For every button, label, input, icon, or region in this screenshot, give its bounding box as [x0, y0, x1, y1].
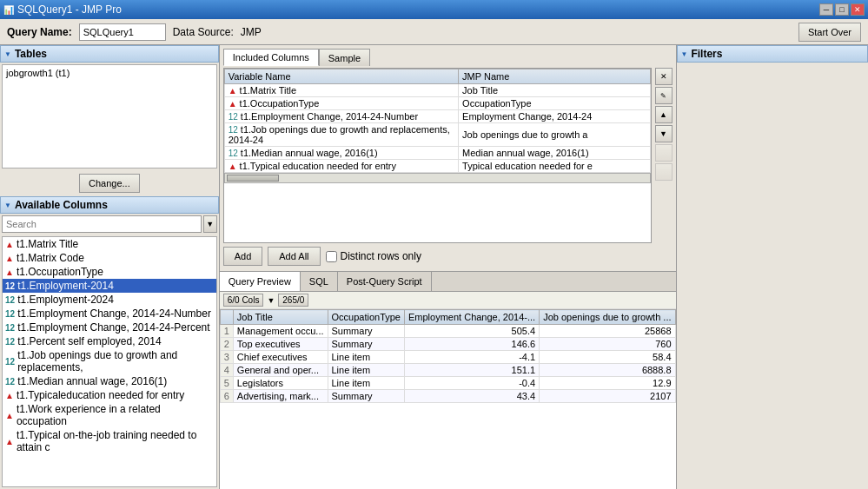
row-arrow: ▼ [267, 296, 275, 305]
jmp-name-cell: Typical education needed for e [459, 160, 650, 173]
change-button[interactable]: Change... [79, 174, 140, 193]
distinct-rows-label: Distinct rows only [341, 250, 421, 262]
list-item[interactable]: ▲t1.Matrix Code [3, 251, 216, 265]
remove-button[interactable]: ✕ [655, 68, 673, 85]
included-area-inner: Variable Name JMP Name ▲t1.Matrix TitleJ… [223, 68, 673, 243]
search-row: ▼ [0, 214, 219, 235]
extra-button2 [655, 163, 673, 181]
emp-change-cell: 151.1 [405, 364, 540, 377]
job-openings-cell: 760 [540, 338, 675, 351]
maximize-button[interactable]: □ [835, 3, 849, 16]
filters-label: Filters [691, 48, 722, 60]
window-controls[interactable]: ─ □ ✕ [819, 3, 865, 16]
table-row: 6Advertising, mark...Summary43.42107 [220, 390, 675, 403]
filters-header: ▼ Filters [677, 45, 868, 63]
occ-type-cell: Summary [328, 390, 405, 403]
left-panel: ▼ Tables jobgrowth1 (t1) Change... ▼ Ava… [0, 45, 220, 489]
list-item[interactable]: ▲t1.Matrix Title [3, 237, 216, 251]
red-icon: ▲ [5, 240, 14, 249]
close-button[interactable]: ✕ [851, 3, 865, 16]
job-openings-cell: 12.9 [540, 377, 675, 390]
jmp-name-cell: Employment Change, 2014-24 [459, 110, 650, 123]
move-down-button[interactable]: ▼ [655, 125, 673, 142]
extra-button [655, 144, 673, 162]
row-number: 1 [220, 325, 233, 338]
table-row: 1Management occu...Summary505.425868 [220, 325, 675, 338]
included-table-container: Variable Name JMP Name ▲t1.Matrix TitleJ… [223, 68, 652, 243]
list-item[interactable]: 12t1.Percent self employed, 2014 [3, 334, 216, 348]
search-input[interactable] [2, 215, 202, 233]
data-source-label: Data Source: [173, 26, 234, 38]
add-row: Add Add All Distinct rows only [223, 243, 673, 268]
title-bar: 📊 SQLQuery1 - JMP Pro ─ □ ✕ [0, 0, 868, 19]
list-item[interactable]: ▲t1.Work experience in a related occupat… [3, 402, 216, 428]
available-columns-label: Available Columns [15, 199, 108, 211]
search-dropdown-button[interactable]: ▼ [203, 215, 217, 233]
list-item[interactable]: 12t1.Median annual wage, 2016(1) [3, 374, 216, 388]
rows-badge: 265/0 [278, 294, 308, 307]
distinct-rows-check[interactable]: Distinct rows only [326, 250, 421, 262]
jmp-name-cell: OccupationType [459, 97, 650, 110]
sql-tab[interactable]: SQL [301, 272, 338, 291]
preview-table-wrap[interactable]: Job Title OccupationType Employment Chan… [220, 309, 676, 489]
edit-button[interactable]: ✎ [655, 87, 673, 104]
var-name-header: Variable Name [224, 69, 458, 84]
move-up-button[interactable]: ▲ [655, 106, 673, 123]
distinct-rows-checkbox[interactable] [326, 251, 337, 262]
available-columns-section: ▼ Available Columns ▼ ▲t1.Matrix Title ▲… [0, 196, 219, 489]
tables-label: Tables [15, 48, 47, 60]
tables-triangle-icon: ▼ [4, 50, 11, 58]
job-title-cell: General and oper... [233, 364, 328, 377]
list-item[interactable]: 12t1.Employment Change, 2014-24-Percent [3, 320, 216, 334]
data-source-value: JMP [241, 26, 262, 38]
job-title-cell: Top executives [233, 338, 328, 351]
table-row[interactable]: 12t1.Job openings due to growth and repl… [224, 123, 650, 147]
toolbar: Query Name: Data Source: JMP Start Over [0, 19, 868, 45]
list-item[interactable]: ▲t1.Typicaleducation needed for entry [3, 388, 216, 402]
horizontal-scrollbar[interactable] [224, 173, 651, 183]
scroll-thumb[interactable] [227, 175, 279, 182]
emp-change-cell: 43.4 [405, 390, 540, 403]
list-item[interactable]: ▲t1.OccupationType [3, 265, 216, 279]
variable-name-cell: ▲t1.OccupationType [224, 97, 458, 110]
table-row[interactable]: 12t1.Employment Change, 2014-24-NumberEm… [224, 110, 650, 123]
job-title-cell: Legislators [233, 377, 328, 390]
list-item[interactable]: 12t1.Employment-2024 [3, 293, 216, 307]
sample-tab[interactable]: Sample [319, 49, 370, 66]
job-title-cell: Management occu... [233, 325, 328, 338]
emp-change-cell: 505.4 [405, 325, 540, 338]
table-row[interactable]: ▲t1.Typical education needed for entryTy… [224, 160, 650, 173]
add-all-button[interactable]: Add All [268, 247, 320, 266]
variable-name-cell: ▲t1.Typical education needed for entry [224, 160, 458, 173]
teal-icon: 12 [5, 377, 15, 387]
job-openings-header: Job openings due to growth ... [540, 310, 675, 325]
included-columns-tab[interactable]: Included Columns [223, 49, 319, 66]
included-columns-area: Included Columns Sample Variable Name JM… [220, 45, 676, 271]
job-title-cell: Chief executives [233, 351, 328, 364]
query-name-input[interactable] [79, 23, 166, 41]
list-item[interactable]: ▲t1.Typical on-the-job training needed t… [3, 428, 216, 454]
row-number: 4 [220, 364, 233, 377]
emp-change-cell: 146.6 [405, 338, 540, 351]
list-item-selected[interactable]: 12t1.Employment-2014 [3, 279, 216, 293]
row-number: 6 [220, 390, 233, 403]
table-item[interactable]: jobgrowth1 (t1) [4, 67, 215, 79]
query-tab-bar: Query Preview SQL Post-Query Script [220, 272, 676, 292]
teal-icon: 12 [5, 337, 15, 347]
list-item[interactable]: 12t1.Job openings due to growth and repl… [3, 348, 216, 374]
list-item[interactable]: 12t1.Employment Change, 2014-24-Number [3, 307, 216, 320]
table-row[interactable]: ▲t1.Matrix TitleJob Title [224, 84, 650, 97]
post-query-tab[interactable]: Post-Query Script [338, 272, 432, 291]
table-row: 3Chief executivesLine item-4.158.4 [220, 351, 675, 364]
variable-name-cell: 12t1.Job openings due to growth and repl… [224, 123, 458, 147]
table-row[interactable]: ▲t1.OccupationTypeOccupationType [224, 97, 650, 110]
available-columns-list[interactable]: ▲t1.Matrix Title ▲t1.Matrix Code ▲t1.Occ… [2, 236, 217, 487]
minimize-button[interactable]: ─ [819, 3, 833, 16]
start-over-button[interactable]: Start Over [798, 23, 861, 42]
emp-change-header: Employment Change, 2014-... [405, 310, 540, 325]
table-row[interactable]: 12t1.Median annual wage, 2016(1)Median a… [224, 147, 650, 160]
red-icon: ▲ [5, 411, 14, 420]
available-columns-header: ▼ Available Columns [0, 196, 219, 214]
query-preview-tab[interactable]: Query Preview [220, 272, 301, 291]
add-button[interactable]: Add [223, 247, 263, 266]
